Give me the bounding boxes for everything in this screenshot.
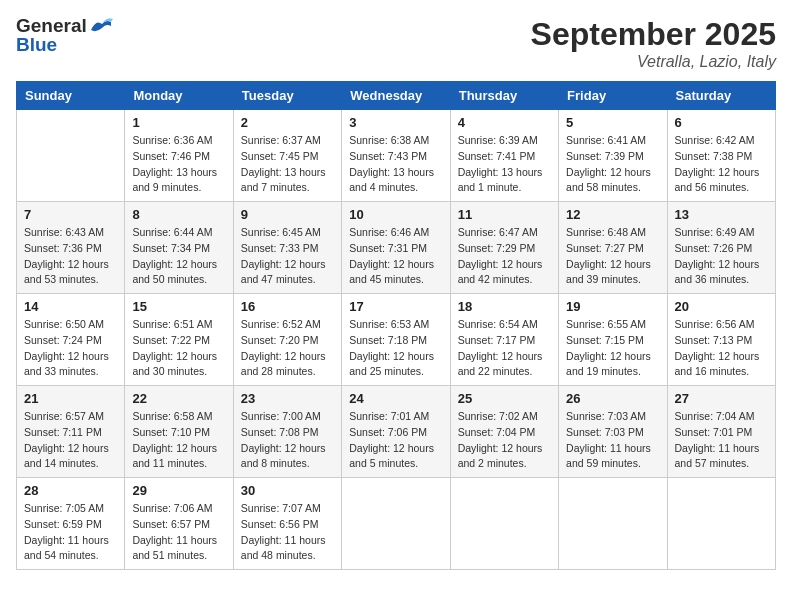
day-number: 19: [566, 299, 659, 314]
calendar-day-cell: 11Sunrise: 6:47 AMSunset: 7:29 PMDayligh…: [450, 202, 558, 294]
calendar-day-cell: 21Sunrise: 6:57 AMSunset: 7:11 PMDayligh…: [17, 386, 125, 478]
calendar-day-cell: 28Sunrise: 7:05 AMSunset: 6:59 PMDayligh…: [17, 478, 125, 570]
calendar-day-header: Thursday: [450, 82, 558, 110]
calendar-day-header: Friday: [559, 82, 667, 110]
calendar-day-cell: 15Sunrise: 6:51 AMSunset: 7:22 PMDayligh…: [125, 294, 233, 386]
day-info: Sunrise: 6:47 AMSunset: 7:29 PMDaylight:…: [458, 225, 551, 288]
day-number: 17: [349, 299, 442, 314]
calendar-day-cell: 16Sunrise: 6:52 AMSunset: 7:20 PMDayligh…: [233, 294, 341, 386]
day-number: 26: [566, 391, 659, 406]
calendar-day-cell: 17Sunrise: 6:53 AMSunset: 7:18 PMDayligh…: [342, 294, 450, 386]
day-info: Sunrise: 7:04 AMSunset: 7:01 PMDaylight:…: [675, 409, 768, 472]
day-number: 7: [24, 207, 117, 222]
title-area: September 2025 Vetralla, Lazio, Italy: [531, 16, 776, 71]
day-number: 9: [241, 207, 334, 222]
day-info: Sunrise: 7:05 AMSunset: 6:59 PMDaylight:…: [24, 501, 117, 564]
calendar-day-cell: 6Sunrise: 6:42 AMSunset: 7:38 PMDaylight…: [667, 110, 775, 202]
day-number: 23: [241, 391, 334, 406]
calendar-day-cell: 1Sunrise: 6:36 AMSunset: 7:46 PMDaylight…: [125, 110, 233, 202]
location-subtitle: Vetralla, Lazio, Italy: [531, 53, 776, 71]
calendar-day-cell: 24Sunrise: 7:01 AMSunset: 7:06 PMDayligh…: [342, 386, 450, 478]
calendar-week-row: 14Sunrise: 6:50 AMSunset: 7:24 PMDayligh…: [17, 294, 776, 386]
day-number: 22: [132, 391, 225, 406]
day-number: 2: [241, 115, 334, 130]
calendar-day-cell: 30Sunrise: 7:07 AMSunset: 6:56 PMDayligh…: [233, 478, 341, 570]
calendar-day-header: Saturday: [667, 82, 775, 110]
day-number: 6: [675, 115, 768, 130]
day-info: Sunrise: 6:43 AMSunset: 7:36 PMDaylight:…: [24, 225, 117, 288]
calendar-day-header: Sunday: [17, 82, 125, 110]
day-number: 28: [24, 483, 117, 498]
calendar-week-row: 7Sunrise: 6:43 AMSunset: 7:36 PMDaylight…: [17, 202, 776, 294]
day-info: Sunrise: 7:03 AMSunset: 7:03 PMDaylight:…: [566, 409, 659, 472]
calendar-day-cell: 12Sunrise: 6:48 AMSunset: 7:27 PMDayligh…: [559, 202, 667, 294]
day-info: Sunrise: 7:06 AMSunset: 6:57 PMDaylight:…: [132, 501, 225, 564]
calendar-empty-cell: [17, 110, 125, 202]
day-number: 14: [24, 299, 117, 314]
day-info: Sunrise: 6:36 AMSunset: 7:46 PMDaylight:…: [132, 133, 225, 196]
day-number: 10: [349, 207, 442, 222]
day-number: 4: [458, 115, 551, 130]
day-number: 12: [566, 207, 659, 222]
calendar-day-cell: 20Sunrise: 6:56 AMSunset: 7:13 PMDayligh…: [667, 294, 775, 386]
calendar-header-row: SundayMondayTuesdayWednesdayThursdayFrid…: [17, 82, 776, 110]
calendar-empty-cell: [559, 478, 667, 570]
calendar-day-cell: 19Sunrise: 6:55 AMSunset: 7:15 PMDayligh…: [559, 294, 667, 386]
calendar-table: SundayMondayTuesdayWednesdayThursdayFrid…: [16, 81, 776, 570]
day-info: Sunrise: 6:57 AMSunset: 7:11 PMDaylight:…: [24, 409, 117, 472]
day-number: 15: [132, 299, 225, 314]
day-info: Sunrise: 6:45 AMSunset: 7:33 PMDaylight:…: [241, 225, 334, 288]
logo-container: General Blue: [16, 16, 115, 56]
day-info: Sunrise: 6:55 AMSunset: 7:15 PMDaylight:…: [566, 317, 659, 380]
day-info: Sunrise: 6:54 AMSunset: 7:17 PMDaylight:…: [458, 317, 551, 380]
month-year-title: September 2025: [531, 16, 776, 53]
calendar-day-cell: 2Sunrise: 6:37 AMSunset: 7:45 PMDaylight…: [233, 110, 341, 202]
day-info: Sunrise: 6:51 AMSunset: 7:22 PMDaylight:…: [132, 317, 225, 380]
day-info: Sunrise: 6:58 AMSunset: 7:10 PMDaylight:…: [132, 409, 225, 472]
calendar-day-cell: 7Sunrise: 6:43 AMSunset: 7:36 PMDaylight…: [17, 202, 125, 294]
calendar-day-cell: 23Sunrise: 7:00 AMSunset: 7:08 PMDayligh…: [233, 386, 341, 478]
day-number: 30: [241, 483, 334, 498]
day-info: Sunrise: 6:50 AMSunset: 7:24 PMDaylight:…: [24, 317, 117, 380]
logo-wave-icon: [89, 16, 115, 36]
day-number: 11: [458, 207, 551, 222]
day-number: 13: [675, 207, 768, 222]
day-info: Sunrise: 6:44 AMSunset: 7:34 PMDaylight:…: [132, 225, 225, 288]
day-number: 5: [566, 115, 659, 130]
day-info: Sunrise: 6:38 AMSunset: 7:43 PMDaylight:…: [349, 133, 442, 196]
day-number: 16: [241, 299, 334, 314]
real-header: General Blue September 2025 Vetralla, La…: [16, 16, 776, 71]
day-info: Sunrise: 6:52 AMSunset: 7:20 PMDaylight:…: [241, 317, 334, 380]
calendar-day-header: Wednesday: [342, 82, 450, 110]
calendar-day-cell: 10Sunrise: 6:46 AMSunset: 7:31 PMDayligh…: [342, 202, 450, 294]
day-info: Sunrise: 6:56 AMSunset: 7:13 PMDaylight:…: [675, 317, 768, 380]
day-info: Sunrise: 7:07 AMSunset: 6:56 PMDaylight:…: [241, 501, 334, 564]
day-info: Sunrise: 6:53 AMSunset: 7:18 PMDaylight:…: [349, 317, 442, 380]
calendar-day-cell: 14Sunrise: 6:50 AMSunset: 7:24 PMDayligh…: [17, 294, 125, 386]
day-info: Sunrise: 6:49 AMSunset: 7:26 PMDaylight:…: [675, 225, 768, 288]
day-info: Sunrise: 6:39 AMSunset: 7:41 PMDaylight:…: [458, 133, 551, 196]
day-number: 1: [132, 115, 225, 130]
calendar-day-cell: 13Sunrise: 6:49 AMSunset: 7:26 PMDayligh…: [667, 202, 775, 294]
day-number: 29: [132, 483, 225, 498]
day-number: 25: [458, 391, 551, 406]
calendar-day-cell: 8Sunrise: 6:44 AMSunset: 7:34 PMDaylight…: [125, 202, 233, 294]
day-number: 24: [349, 391, 442, 406]
calendar-empty-cell: [342, 478, 450, 570]
calendar-day-cell: 3Sunrise: 6:38 AMSunset: 7:43 PMDaylight…: [342, 110, 450, 202]
calendar-day-cell: 29Sunrise: 7:06 AMSunset: 6:57 PMDayligh…: [125, 478, 233, 570]
day-info: Sunrise: 6:48 AMSunset: 7:27 PMDaylight:…: [566, 225, 659, 288]
day-number: 20: [675, 299, 768, 314]
day-info: Sunrise: 7:02 AMSunset: 7:04 PMDaylight:…: [458, 409, 551, 472]
calendar-empty-cell: [667, 478, 775, 570]
day-info: Sunrise: 6:37 AMSunset: 7:45 PMDaylight:…: [241, 133, 334, 196]
logo-blue-text: Blue: [16, 35, 115, 56]
day-info: Sunrise: 7:01 AMSunset: 7:06 PMDaylight:…: [349, 409, 442, 472]
calendar-day-cell: 18Sunrise: 6:54 AMSunset: 7:17 PMDayligh…: [450, 294, 558, 386]
calendar-day-header: Tuesday: [233, 82, 341, 110]
day-info: Sunrise: 6:46 AMSunset: 7:31 PMDaylight:…: [349, 225, 442, 288]
day-info: Sunrise: 6:42 AMSunset: 7:38 PMDaylight:…: [675, 133, 768, 196]
day-number: 27: [675, 391, 768, 406]
day-number: 3: [349, 115, 442, 130]
day-number: 8: [132, 207, 225, 222]
